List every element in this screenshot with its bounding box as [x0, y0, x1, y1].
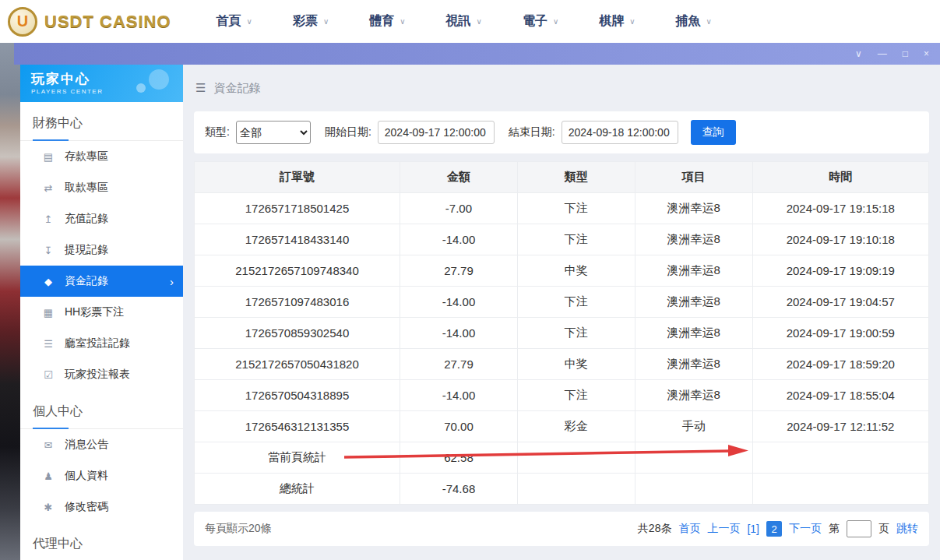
window-controls: ∨ — □ × — [855, 49, 929, 58]
cell-time: 2024-09-17 19:09:19 — [752, 255, 928, 287]
site-logo[interactable]: U USDT CASINO — [8, 7, 171, 37]
sidebar-item-announcements[interactable]: ✉ 消息公告 — [20, 429, 183, 460]
empty-cell — [635, 474, 752, 505]
table-row: 1726570504318895 -14.00 下注 澳洲幸运8 2024-09… — [195, 380, 929, 411]
sidebar-item-withdraw-zone[interactable]: ⇄ 取款專區 — [20, 172, 183, 203]
site-header: U USDT CASINO 首頁∨ 彩票∨ 體育∨ 視訊∨ 電子∨ 棋牌∨ 捕魚… — [0, 0, 940, 43]
sidebar-item-profile[interactable]: ♟ 個人資料 — [20, 460, 183, 491]
chevron-down-icon: ∨ — [706, 17, 712, 26]
total-count-text: 共28条 — [638, 522, 672, 536]
sidebar-item-topup-record[interactable]: ↥ 充值記錄 — [20, 203, 183, 234]
list-icon: ☰ — [42, 338, 55, 350]
sidebar-item-change-password[interactable]: ✱ 修改密碼 — [20, 491, 183, 523]
sidebar-item-room-bet-record[interactable]: ☰ 廳室投註記錄 — [20, 328, 183, 359]
next-page-link[interactable]: 下一页 — [789, 522, 822, 536]
table-footer: 每頁顯示20條 共28条 首页 上一页 [1] 2 下一页 第 页 跳转 — [194, 512, 929, 546]
empty-cell — [517, 474, 635, 505]
nav-label: 體育 — [369, 13, 394, 30]
page-summary-row: 當前頁統計 62.58 — [195, 442, 929, 474]
goto-jump-link[interactable]: 跳转 — [896, 522, 918, 536]
main-nav: 首頁∨ 彩票∨ 體育∨ 視訊∨ 電子∨ 棋牌∨ 捕魚∨ — [217, 13, 712, 30]
cell-type: 中奖 — [517, 255, 635, 287]
cell-time: 2024-09-17 18:55:04 — [752, 380, 928, 411]
cell-amount: 27.79 — [400, 349, 518, 380]
goto-page-input[interactable] — [847, 520, 871, 537]
sidebar-item-deposit-zone[interactable]: ▤ 存款專區 — [20, 141, 183, 172]
sidebar-item-hh-lottery-bets[interactable]: ▦ HH彩票下注 — [20, 297, 183, 328]
column-header-order: 訂單號 — [195, 162, 400, 193]
filter-bar: 類型: 全部 開始日期: 結束日期: 查詢 — [194, 111, 929, 153]
prev-page-link[interactable]: 上一页 — [707, 522, 740, 536]
section-agent-center: 代理中心 — [20, 523, 183, 560]
sidebar-item-label: 個人資料 — [65, 469, 108, 483]
usdt-logo-icon: U — [8, 7, 37, 37]
nav-item-live[interactable]: 視訊∨ — [446, 13, 482, 30]
app-window: ∨ — □ × 玩家中心 PLAYERS CENTER 財務中心 ▤ 存款專區 — [14, 43, 940, 560]
cell-item: 手动 — [635, 411, 752, 442]
page-summary-label: 當前頁統計 — [195, 442, 400, 474]
window-close-icon[interactable]: × — [924, 49, 929, 58]
empty-cell — [517, 442, 635, 474]
page-title: 資金記錄 — [213, 81, 260, 96]
chevron-down-icon: ∨ — [323, 17, 329, 26]
lottery-ticket-icon: ▦ — [42, 307, 55, 319]
screen: U USDT CASINO 首頁∨ 彩票∨ 體育∨ 視訊∨ 電子∨ 棋牌∨ 捕魚… — [0, 0, 940, 560]
cell-order: 1726570859302540 — [195, 318, 400, 349]
nav-label: 捕魚 — [676, 13, 701, 30]
total-summary-amount: -74.68 — [400, 474, 518, 505]
nav-item-slots[interactable]: 電子∨ — [523, 13, 558, 30]
first-page-link[interactable]: 首页 — [678, 522, 700, 536]
sidebar-item-label: 提現記錄 — [65, 243, 108, 257]
sidebar-item-cashout-record[interactable]: ↧ 提現記錄 — [20, 234, 183, 266]
sidebar: 玩家中心 PLAYERS CENTER 財務中心 ▤ 存款專區 ⇄ 取款專區 ↥… — [20, 65, 183, 560]
cell-time: 2024-09-17 12:11:52 — [752, 411, 928, 442]
sidebar-item-label: HH彩票下注 — [65, 305, 124, 319]
person-icon: ♟ — [42, 470, 55, 482]
nav-item-home[interactable]: 首頁∨ — [217, 13, 252, 30]
type-select[interactable]: 全部 — [236, 121, 311, 144]
end-date-label: 結束日期: — [509, 125, 555, 139]
transfer-icon: ⇄ — [42, 182, 55, 194]
table-row: 1726570859302540 -14.00 下注 澳洲幸运8 2024-09… — [195, 318, 929, 349]
nav-item-lottery[interactable]: 彩票∨ — [293, 13, 329, 30]
type-label: 類型: — [205, 125, 230, 139]
empty-cell — [635, 442, 752, 474]
nav-label: 棋牌 — [599, 13, 624, 30]
chevron-down-icon: ∨ — [553, 17, 558, 26]
sidebar-item-label: 玩家投注報表 — [65, 368, 130, 382]
page-summary-amount: 62.58 — [400, 442, 518, 474]
cell-item: 澳洲幸运8 — [635, 287, 752, 318]
start-date-input[interactable] — [378, 121, 495, 144]
table-row: 2152172657109748340 27.79 中奖 澳洲幸运8 2024-… — [195, 255, 929, 287]
total-summary-row: 總統計 -74.68 — [195, 474, 929, 505]
column-header-time: 時間 — [752, 162, 928, 193]
topup-icon: ↥ — [42, 213, 55, 225]
funds-icon: ◆ — [42, 276, 55, 287]
search-button[interactable]: 查詢 — [691, 120, 736, 145]
funds-table: 訂單號 金額 類型 項目 時間 1726571718501425 -7.00 — [194, 161, 929, 505]
nav-item-fishing[interactable]: 捕魚∨ — [676, 13, 712, 30]
window-collapse-icon[interactable]: ∨ — [855, 49, 862, 58]
cell-amount: 70.00 — [400, 411, 518, 442]
section-finance-center: 財務中心 — [20, 102, 183, 141]
sidebar-item-label: 資金記錄 — [65, 274, 108, 288]
nav-item-sports[interactable]: 體育∨ — [369, 13, 405, 30]
cell-item: 澳洲幸运8 — [635, 349, 752, 380]
cell-item: 澳洲幸运8 — [635, 255, 752, 287]
cell-item: 澳洲幸运8 — [635, 380, 752, 411]
page-1-link[interactable]: [1] — [747, 523, 759, 535]
cell-amount: -7.00 — [400, 193, 518, 224]
page-2-active[interactable]: 2 — [766, 521, 782, 537]
cell-type: 下注 — [517, 287, 635, 318]
sidebar-item-label: 取款專區 — [65, 181, 108, 195]
sidebar-item-funds-record[interactable]: ◆ 資金記錄 › — [20, 266, 183, 297]
window-minimize-icon[interactable]: — — [878, 49, 887, 58]
sidebar-item-player-bet-report[interactable]: ☑ 玩家投注報表 — [20, 359, 183, 390]
hamburger-icon[interactable]: ☰ — [195, 81, 206, 95]
sidebar-item-label: 充值記錄 — [65, 212, 108, 226]
sidebar-item-label: 廳室投註記錄 — [65, 336, 130, 350]
breadcrumb: ☰ 資金記錄 — [183, 65, 940, 111]
end-date-input[interactable] — [562, 121, 678, 144]
window-maximize-icon[interactable]: □ — [903, 49, 908, 58]
nav-item-cards[interactable]: 棋牌∨ — [599, 13, 635, 30]
